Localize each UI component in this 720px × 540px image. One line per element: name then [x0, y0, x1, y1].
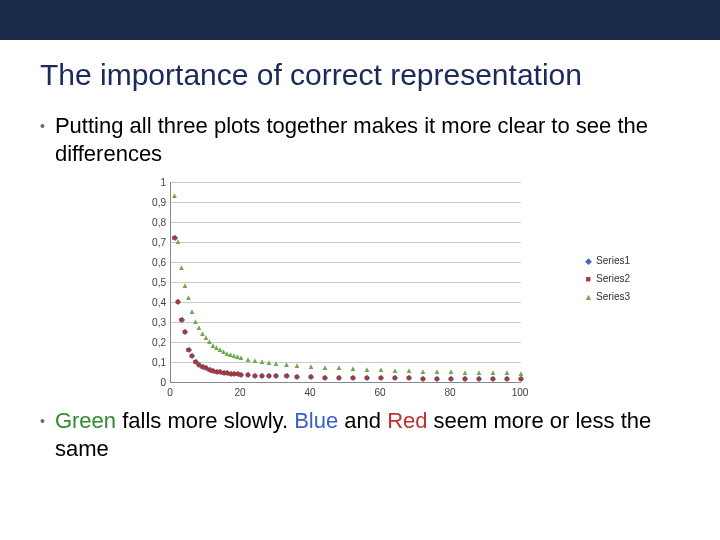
data-point [204, 365, 209, 371]
data-point [435, 376, 440, 382]
data-point [491, 376, 496, 382]
y-tick-label: 0,4 [140, 297, 166, 308]
data-point [307, 364, 315, 370]
diamond-icon [584, 257, 592, 265]
gridline [171, 222, 521, 223]
data-point [364, 375, 370, 381]
data-point [252, 373, 258, 379]
data-point [238, 372, 244, 378]
data-point [377, 367, 385, 373]
data-point [232, 371, 237, 377]
data-point [183, 329, 188, 335]
data-point [259, 373, 265, 379]
data-point [251, 358, 259, 364]
gridline [171, 302, 521, 303]
y-tick-label: 0,8 [140, 217, 166, 228]
chart: Series1 Series2 Series3 00,10,20,30,40,5… [90, 177, 630, 397]
data-point [503, 370, 511, 376]
data-point [188, 309, 196, 315]
legend-item-series2: Series2 [584, 270, 630, 288]
data-point [228, 371, 233, 377]
data-point [182, 329, 188, 335]
data-point [195, 325, 203, 331]
data-point [225, 370, 230, 376]
data-point [217, 369, 223, 375]
data-point [181, 283, 189, 289]
data-point [519, 376, 524, 382]
data-point [230, 353, 238, 359]
word-green: Green [55, 408, 116, 433]
data-point [245, 372, 251, 378]
legend-item-series1: Series1 [584, 252, 630, 270]
data-point [216, 347, 224, 353]
y-tick-label: 0,7 [140, 237, 166, 248]
data-point [405, 368, 413, 374]
data-point [323, 375, 328, 381]
data-point [218, 369, 223, 375]
data-point [420, 376, 426, 382]
bullet-dot-icon: • [40, 118, 45, 134]
data-point [171, 193, 179, 199]
data-point [475, 370, 483, 376]
data-point [210, 368, 216, 374]
bullet-2-text: Green falls more slowly. Blue and Red se… [55, 407, 680, 462]
data-point [267, 373, 272, 379]
data-point [227, 352, 235, 358]
legend: Series1 Series2 Series3 [584, 252, 630, 306]
data-point [308, 374, 314, 380]
y-tick-label: 0,1 [140, 357, 166, 368]
y-tick-label: 0,3 [140, 317, 166, 328]
data-point [406, 375, 412, 381]
x-tick-label: 80 [435, 387, 465, 398]
data-point [228, 371, 234, 377]
gridline [171, 242, 521, 243]
data-point [274, 373, 279, 379]
data-point [434, 376, 440, 382]
bullet-1: • Putting all three plots together makes… [40, 112, 680, 167]
gridline [171, 182, 521, 183]
data-point [351, 375, 356, 381]
data-point [185, 295, 193, 301]
data-point [223, 351, 231, 357]
data-point [490, 376, 496, 382]
y-tick-label: 0,6 [140, 257, 166, 268]
data-point [407, 375, 412, 381]
data-point [209, 343, 217, 349]
data-point [202, 335, 210, 341]
data-point [186, 347, 192, 353]
legend-item-series3: Series3 [584, 288, 630, 306]
data-point [293, 363, 301, 369]
data-point [335, 365, 343, 371]
data-point [462, 376, 468, 382]
data-point [199, 331, 207, 337]
data-point [363, 367, 371, 373]
data-point [200, 364, 206, 370]
header-bar [0, 0, 720, 40]
data-point [393, 375, 398, 381]
data-point [337, 375, 342, 381]
data-point [350, 375, 356, 381]
data-point [476, 376, 482, 382]
data-point [449, 376, 454, 382]
data-point [379, 375, 384, 381]
data-point [321, 365, 329, 371]
y-tick-label: 0,9 [140, 197, 166, 208]
data-point [200, 364, 205, 370]
data-point [489, 370, 497, 376]
data-point [237, 355, 245, 361]
data-point [239, 372, 244, 378]
data-point [213, 345, 221, 351]
gridline [171, 322, 521, 323]
legend-label: Series2 [596, 270, 630, 288]
gridline [171, 282, 521, 283]
data-point [392, 375, 398, 381]
y-tick-label: 1 [140, 177, 166, 188]
data-point [517, 371, 525, 377]
data-point [190, 353, 195, 359]
data-point [220, 349, 228, 355]
data-point [189, 353, 195, 359]
data-point [172, 235, 177, 241]
data-point [172, 235, 178, 241]
data-point [221, 370, 227, 376]
data-point [505, 376, 510, 382]
